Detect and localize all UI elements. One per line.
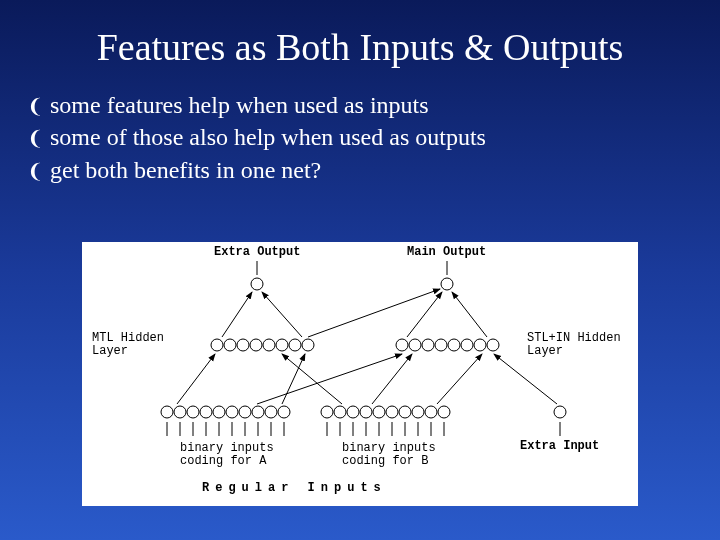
svg-point-25 bbox=[161, 406, 173, 418]
svg-point-6 bbox=[237, 339, 249, 351]
label-extra-output: Extra Output bbox=[214, 246, 300, 259]
svg-point-42 bbox=[412, 406, 424, 418]
svg-point-33 bbox=[265, 406, 277, 418]
bullet-text: get both benefits in one net? bbox=[50, 154, 321, 186]
svg-point-0 bbox=[251, 278, 263, 290]
bullet-item: ❨ get both benefits in one net? bbox=[25, 154, 720, 186]
svg-point-37 bbox=[347, 406, 359, 418]
bullet-list: ❨ some features help when used as inputs… bbox=[0, 89, 720, 186]
svg-point-26 bbox=[174, 406, 186, 418]
svg-point-27 bbox=[187, 406, 199, 418]
bullet-text: some features help when used as inputs bbox=[50, 89, 429, 121]
svg-line-52 bbox=[437, 354, 482, 404]
label-binary-b: binary inputs coding for B bbox=[342, 442, 436, 468]
bullet-item: ❨ some features help when used as inputs bbox=[25, 89, 720, 121]
svg-line-22 bbox=[308, 289, 440, 337]
bullet-icon: ❨ bbox=[25, 158, 45, 185]
svg-point-11 bbox=[302, 339, 314, 351]
svg-line-21 bbox=[262, 292, 302, 337]
svg-point-14 bbox=[422, 339, 434, 351]
svg-point-34 bbox=[278, 406, 290, 418]
svg-point-13 bbox=[409, 339, 421, 351]
svg-line-49 bbox=[257, 354, 402, 404]
svg-line-50 bbox=[282, 354, 342, 404]
label-mtl-hidden: MTL Hidden Layer bbox=[92, 332, 164, 358]
svg-point-40 bbox=[386, 406, 398, 418]
svg-point-7 bbox=[250, 339, 262, 351]
svg-point-12 bbox=[396, 339, 408, 351]
svg-point-1 bbox=[441, 278, 453, 290]
svg-point-44 bbox=[438, 406, 450, 418]
bullet-icon: ❨ bbox=[25, 93, 45, 120]
svg-point-36 bbox=[334, 406, 346, 418]
svg-line-51 bbox=[372, 354, 412, 404]
svg-line-48 bbox=[282, 354, 305, 404]
svg-line-47 bbox=[177, 354, 215, 404]
network-diagram: Extra Output Main Output MTL Hidden Laye… bbox=[82, 242, 638, 506]
svg-point-5 bbox=[224, 339, 236, 351]
svg-point-18 bbox=[474, 339, 486, 351]
label-regular-inputs: Regular Inputs bbox=[202, 482, 387, 495]
svg-point-4 bbox=[211, 339, 223, 351]
svg-point-38 bbox=[360, 406, 372, 418]
bullet-item: ❨ some of those also help when used as o… bbox=[25, 121, 720, 153]
label-main-output: Main Output bbox=[407, 246, 486, 259]
svg-point-29 bbox=[213, 406, 225, 418]
mtl-hidden-nodes bbox=[211, 339, 314, 351]
svg-point-17 bbox=[461, 339, 473, 351]
svg-point-45 bbox=[554, 406, 566, 418]
svg-point-39 bbox=[373, 406, 385, 418]
bullet-icon: ❨ bbox=[25, 125, 45, 152]
svg-point-31 bbox=[239, 406, 251, 418]
stl-hidden-nodes bbox=[396, 339, 499, 351]
svg-point-16 bbox=[448, 339, 460, 351]
svg-line-20 bbox=[222, 292, 252, 337]
svg-point-35 bbox=[321, 406, 333, 418]
svg-point-30 bbox=[226, 406, 238, 418]
svg-point-43 bbox=[425, 406, 437, 418]
label-stl-hidden: STL+IN Hidden Layer bbox=[527, 332, 621, 358]
svg-line-24 bbox=[452, 292, 487, 337]
svg-line-53 bbox=[494, 354, 557, 404]
label-binary-a: binary inputs coding for A bbox=[180, 442, 274, 468]
input-group-a bbox=[161, 406, 290, 418]
svg-point-19 bbox=[487, 339, 499, 351]
label-extra-input: Extra Input bbox=[520, 440, 599, 453]
svg-point-28 bbox=[200, 406, 212, 418]
svg-point-8 bbox=[263, 339, 275, 351]
input-group-b bbox=[321, 406, 450, 418]
svg-point-15 bbox=[435, 339, 447, 351]
bullet-text: some of those also help when used as out… bbox=[50, 121, 486, 153]
slide-title: Features as Both Inputs & Outputs bbox=[0, 0, 720, 89]
svg-point-9 bbox=[276, 339, 288, 351]
svg-point-32 bbox=[252, 406, 264, 418]
svg-point-10 bbox=[289, 339, 301, 351]
svg-point-41 bbox=[399, 406, 411, 418]
